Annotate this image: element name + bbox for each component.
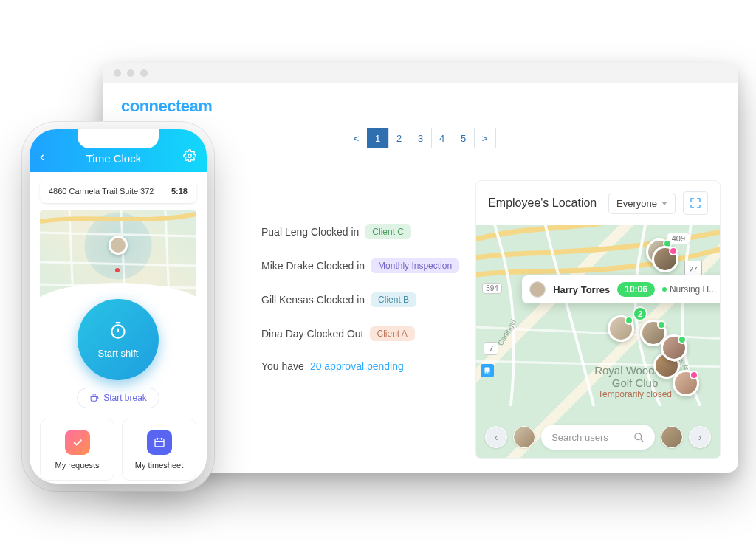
chevron-down-icon — [662, 202, 667, 205]
gear-icon[interactable] — [183, 149, 196, 165]
poi-status: Temporarily closed — [594, 389, 676, 399]
svg-rect-0 — [485, 368, 490, 374]
map-road-badge-7: 7 — [484, 342, 498, 355]
dropdown-label: Everyone — [616, 198, 657, 209]
window-dot — [114, 69, 121, 77]
map-marker-dot — [115, 268, 120, 272]
tile-label: My requests — [47, 461, 108, 470]
svg-point-4 — [188, 154, 192, 158]
transit-icon — [481, 364, 494, 377]
pagination-page-2[interactable]: 2 — [388, 128, 410, 148]
map-search-bar: ‹ Search users › — [485, 425, 711, 450]
employee-avatar[interactable] — [608, 315, 634, 342]
feed-badge-client-b: Client B — [371, 292, 416, 307]
employee-callout[interactable]: Harry Torres 10:06 Nursing H... › — [522, 275, 720, 303]
start-break-label: Start break — [103, 393, 147, 403]
employee-avatar[interactable] — [652, 246, 678, 272]
address-text: 4860 Carmela Trail Suite 372 — [49, 187, 154, 196]
map-header: Employee's Location Everyone — [476, 181, 720, 225]
approval-pending-link[interactable]: 20 approval pending — [310, 360, 404, 372]
feed-item: Gill Kensas Clocked in Client B — [261, 292, 459, 307]
svg-point-2 — [488, 372, 489, 374]
my-requests-tile[interactable]: My requests — [40, 419, 114, 481]
feed-text: Pual Leng Clocked in — [261, 226, 359, 238]
avatar-cluster-count[interactable]: 2 — [633, 306, 647, 321]
phone-notch — [78, 129, 159, 148]
callout-name: Harry Torres — [553, 284, 610, 295]
svg-rect-6 — [155, 439, 164, 447]
feed-badge-client-a: Client A — [370, 326, 415, 341]
pagination-page-5[interactable]: 5 — [453, 128, 475, 148]
phone-mock: ‹ Time Clock 4860 Carmela Trail Suite 37… — [30, 129, 207, 484]
user-location-pin — [109, 236, 128, 255]
svg-point-1 — [486, 372, 487, 374]
stopwatch-icon — [109, 321, 128, 345]
address-bar: 4860 Carmela Trail Suite 372 5:18 — [40, 179, 196, 203]
next-user-button[interactable]: › — [689, 426, 711, 448]
start-shift-button[interactable]: Start shift — [78, 299, 159, 380]
check-icon — [65, 430, 90, 455]
calendar-icon — [147, 430, 172, 455]
svg-point-3 — [635, 433, 642, 439]
expand-icon — [690, 197, 701, 209]
employee-avatar[interactable] — [673, 370, 699, 396]
logo-row: connecteam — [121, 97, 721, 116]
feed-badge-monthly-inspection: Monthly Inspection — [371, 258, 459, 273]
divider — [121, 165, 721, 165]
coffee-icon — [89, 394, 99, 403]
expand-button[interactable] — [683, 191, 708, 215]
callout-avatar — [529, 281, 546, 298]
phone-title: Time Clock — [44, 152, 183, 165]
employee-location-panel: Employee's Location Everyone — [475, 180, 721, 459]
start-break-row: Start break — [30, 388, 207, 408]
start-shift-label: Start shift — [98, 348, 139, 359]
search-icon — [633, 432, 645, 443]
search-placeholder: Search users — [551, 432, 608, 443]
pagination: < 1 2 3 4 5 > — [121, 128, 721, 148]
callout-time: 10:06 — [617, 282, 655, 297]
window-dot — [127, 69, 134, 77]
pagination-page-1[interactable]: 1 — [367, 128, 389, 148]
callout-location: Nursing H... — [662, 284, 716, 295]
brand-logo: connecteam — [121, 97, 212, 115]
pagination-page-4[interactable]: 4 — [431, 128, 453, 148]
content-row: Pual Leng Clocked in Client C Mike Drake… — [121, 180, 721, 459]
feed-text: Dina Day Clocked Out — [261, 328, 364, 340]
feed-item: Pual Leng Clocked in Client C — [261, 224, 459, 239]
filter-dropdown[interactable]: Everyone — [608, 193, 676, 214]
clock-time: 5:18 — [171, 187, 188, 196]
pagination-page-3[interactable]: 3 — [410, 128, 432, 148]
feed-item-approvals: You have 20 approval pending — [261, 360, 459, 372]
my-timesheet-tile[interactable]: My timesheet — [122, 419, 196, 481]
feed-text: Gill Kensas Clocked in — [261, 294, 365, 306]
next-user-avatar[interactable] — [661, 426, 683, 448]
map-title: Employee's Location — [488, 196, 601, 210]
feed-text: You have — [261, 360, 304, 372]
feed-item: Mike Drake Clocked in Monthly Inspection — [261, 258, 459, 273]
browser-chrome — [103, 63, 738, 83]
tile-label: My timesheet — [128, 461, 190, 470]
map-canvas[interactable]: 409 27 594 7 Carlingvi Skyway Ave Royal … — [476, 225, 720, 458]
phone-tiles: My requests My timesheet — [30, 419, 207, 481]
feed-text: Mike Drake Clocked in — [261, 260, 365, 272]
prev-user-button[interactable]: ‹ — [485, 426, 507, 448]
pagination-next[interactable]: > — [474, 128, 496, 148]
employee-avatar[interactable] — [661, 334, 687, 361]
window-dot — [140, 69, 148, 77]
pagination-prev[interactable]: < — [346, 128, 368, 148]
search-users-input[interactable]: Search users — [541, 425, 655, 450]
start-break-button[interactable]: Start break — [77, 388, 159, 408]
map-road-badge-594: 594 — [482, 283, 502, 294]
current-user-avatar[interactable] — [513, 426, 535, 448]
feed-badge-client-c: Client C — [365, 224, 411, 239]
feed-item: Dina Day Clocked Out Client A — [261, 326, 459, 341]
